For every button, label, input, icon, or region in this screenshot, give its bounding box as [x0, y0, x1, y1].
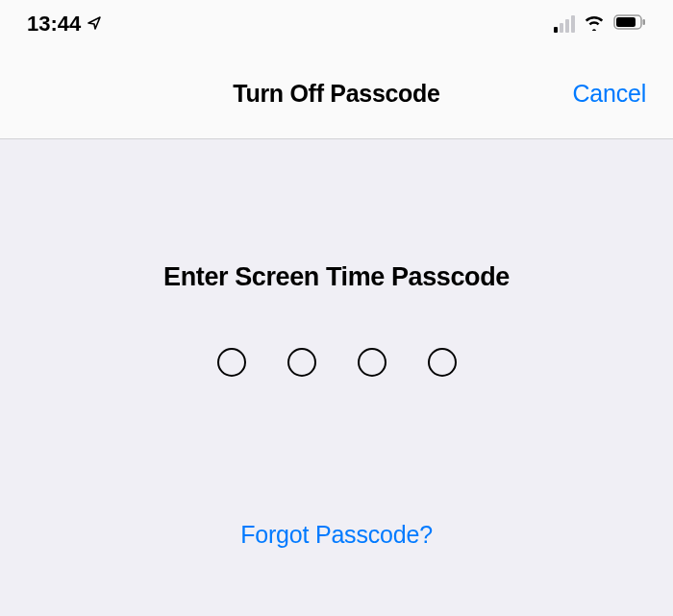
passcode-dot-3 — [358, 348, 386, 377]
nav-title: Turn Off Passcode — [233, 80, 439, 108]
svg-rect-1 — [616, 17, 636, 27]
status-time: 13:44 — [27, 12, 81, 37]
passcode-dots[interactable] — [0, 348, 673, 377]
passcode-dot-2 — [287, 348, 316, 377]
passcode-dot-1 — [217, 348, 246, 377]
forgot-passcode-button[interactable]: Forgot Passcode? — [240, 521, 433, 549]
nav-bar: Turn Off Passcode Cancel — [0, 48, 673, 139]
status-left: 13:44 — [27, 12, 102, 37]
cellular-icon — [554, 15, 575, 33]
cancel-button[interactable]: Cancel — [572, 80, 646, 108]
wifi-icon — [583, 13, 606, 35]
status-right — [554, 13, 646, 35]
svg-rect-2 — [643, 19, 646, 25]
passcode-prompt: Enter Screen Time Passcode — [0, 262, 673, 292]
battery-icon — [613, 14, 646, 34]
passcode-dot-4 — [428, 348, 457, 377]
content-area: Enter Screen Time Passcode Forgot Passco… — [0, 139, 673, 549]
location-icon — [87, 12, 102, 37]
status-bar: 13:44 — [0, 0, 673, 48]
